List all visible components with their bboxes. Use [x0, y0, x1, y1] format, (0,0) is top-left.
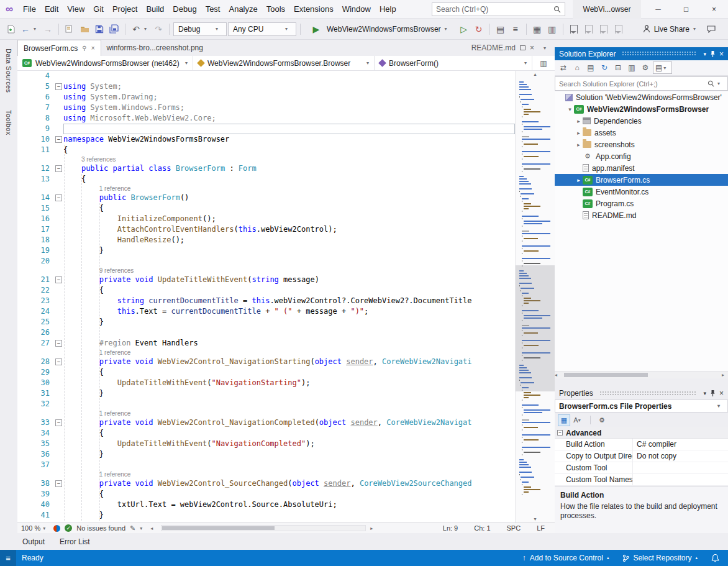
close-icon[interactable]: ×	[719, 50, 724, 58]
open-folder-icon[interactable]	[78, 22, 91, 37]
code-text[interactable]: InitializeComponent();	[63, 214, 515, 224]
live-share-button[interactable]: Live Share ▾	[643, 25, 699, 34]
menu-build[interactable]: Build	[142, 0, 168, 18]
breakpoint-margin[interactable]	[17, 81, 24, 92]
menu-test[interactable]: Test	[201, 0, 225, 18]
code-text[interactable]: #region Event Handlers	[63, 338, 515, 349]
code-text[interactable]	[63, 71, 515, 81]
code-text[interactable]: string currentDocumentTitle = this.webVi…	[63, 296, 515, 306]
properties-object-dropdown[interactable]: BrowserForm.cs File Properties ▾	[555, 399, 728, 413]
tree-item-program-cs[interactable]: C#Program.cs	[555, 198, 728, 209]
code-text[interactable]: {	[63, 428, 515, 439]
code-text[interactable]	[63, 256, 515, 267]
code-text[interactable]: }	[63, 449, 515, 460]
breakpoint-margin[interactable]	[17, 285, 24, 296]
menu-analyze[interactable]: Analyze	[224, 0, 262, 18]
code-text[interactable]: using System;	[63, 81, 515, 92]
bookmark-toggle-icon[interactable]	[567, 22, 581, 37]
code-text[interactable]: UpdateTitleWithEvent("NavigationComplete…	[63, 439, 515, 449]
save-icon[interactable]	[93, 22, 106, 37]
breakpoint-margin[interactable]	[17, 367, 24, 378]
property-group-advanced[interactable]: − Advanced	[555, 427, 728, 439]
scroll-right-icon[interactable]: ▸	[370, 526, 376, 531]
breakpoint-margin[interactable]	[17, 71, 24, 81]
tree-item-solution-webview2windowsformsbrowser[interactable]: Solution 'WebView2WindowsFormsBrowser'	[555, 91, 728, 103]
line-ending-indicator[interactable]: LF	[537, 524, 545, 532]
type-dropdown[interactable]: WebView2WindowsFormsBrowser.Browser ▾	[193, 56, 375, 70]
breakpoint-margin[interactable]	[17, 235, 24, 245]
code-text[interactable]: using System.Drawing;	[63, 92, 515, 103]
scroll-left-icon[interactable]: ◂	[555, 372, 561, 378]
scroll-down-icon[interactable]: ▾	[516, 516, 555, 522]
code-editor[interactable]: 45−using System;6using System.Drawing;7u…	[17, 71, 555, 523]
property-value[interactable]	[633, 462, 728, 473]
collapse-group-icon[interactable]: −	[557, 430, 563, 436]
minimap-scrollbar[interactable]: ▴ ▾	[515, 71, 555, 523]
undo-dropdown-icon[interactable]: ▾	[144, 26, 150, 32]
pending-changes-filter-icon[interactable]: ▤	[585, 62, 597, 74]
code-text[interactable]: {	[63, 489, 515, 500]
breakpoint-margin[interactable]	[17, 92, 24, 103]
maximize-button[interactable]: □	[672, 0, 700, 19]
collapse-region-icon[interactable]: −	[55, 134, 63, 145]
breakpoint-margin[interactable]	[17, 399, 24, 409]
breakpoint-margin[interactable]	[17, 449, 24, 460]
tree-item-screenshots[interactable]: ▸screenshots	[555, 139, 728, 150]
breakpoint-margin[interactable]	[17, 327, 24, 338]
breakpoint-margin[interactable]	[17, 306, 24, 317]
categorized-view-icon[interactable]: ▦	[558, 414, 570, 426]
collapsed-arrow-icon[interactable]: ▸	[575, 118, 583, 124]
code-text[interactable]: public BrowserForm()	[63, 193, 515, 203]
comment-icon[interactable]: ▥	[545, 22, 559, 37]
properties-icon[interactable]: ⚙	[639, 62, 652, 74]
tool-tab-error-list[interactable]: Error List	[53, 534, 96, 550]
breakpoint-margin[interactable]	[17, 478, 24, 489]
collapse-region-icon[interactable]: −	[55, 357, 63, 367]
pin-icon[interactable]	[710, 390, 716, 397]
code-text[interactable]: HandleResize();	[63, 235, 515, 245]
breakpoint-margin[interactable]	[17, 113, 24, 124]
hot-reload-icon[interactable]: ↻	[472, 22, 486, 37]
navigate-back-dropdown-icon[interactable]: ▾	[34, 26, 40, 32]
codelens-references[interactable]: 1 reference	[17, 470, 515, 478]
menu-view[interactable]: View	[63, 0, 89, 18]
collapse-region-icon[interactable]: −	[55, 193, 63, 203]
codelens-references[interactable]: 1 reference	[17, 409, 515, 418]
expanded-arrow-icon[interactable]: ▾	[566, 106, 574, 112]
sync-with-active-document-icon[interactable]: ↻	[598, 62, 611, 74]
collapse-region-icon[interactable]: −	[55, 275, 63, 285]
collapse-region-icon[interactable]: −	[55, 163, 63, 174]
breakpoint-margin[interactable]	[17, 439, 24, 449]
tab-browserform-cs[interactable]: BrowserForm.cs ⚲ ×	[17, 40, 101, 56]
scroll-right-icon[interactable]: ▸	[722, 372, 728, 378]
close-icon[interactable]: ×	[719, 389, 724, 398]
code-text[interactable]: namespace WebView2WindowsFormsBrowser	[63, 134, 515, 145]
close-tab-icon[interactable]: ×	[530, 43, 534, 52]
notifications-bell-icon[interactable]	[704, 550, 728, 566]
code-text[interactable]: this.Text = currentDocumentTitle + " (" …	[63, 306, 515, 317]
code-text[interactable]	[63, 327, 515, 338]
solution-explorer-header[interactable]: Solution Explorer ▾ ×	[555, 47, 728, 60]
menu-project[interactable]: Project	[108, 0, 142, 18]
breakpoint-margin[interactable]	[17, 193, 24, 203]
breakpoint-margin[interactable]	[17, 134, 24, 145]
tree-item-readme-md[interactable]: README.md	[555, 209, 728, 221]
tree-item-assets[interactable]: ▸assets	[555, 127, 728, 139]
column-indicator[interactable]: Ch: 1	[474, 524, 490, 532]
breakpoint-margin[interactable]	[17, 245, 24, 256]
breakpoint-margin[interactable]	[17, 378, 24, 388]
code-text[interactable]: UpdateTitleWithEvent("NavigationStarting…	[63, 378, 515, 388]
codelens-references[interactable]: 3 references	[17, 155, 515, 163]
collapsed-arrow-icon[interactable]: ▸	[575, 130, 583, 136]
breakpoint-margin[interactable]	[17, 357, 24, 367]
properties-header[interactable]: Properties ▾ ×	[555, 387, 728, 399]
menu-window[interactable]: Window	[338, 0, 375, 18]
scroll-left-icon[interactable]: ◂	[150, 526, 157, 531]
property-row-build-action[interactable]: Build ActionC# compiler	[555, 439, 728, 450]
feedback-icon[interactable]	[704, 22, 718, 37]
tab-readme-md[interactable]: README.md	[471, 43, 516, 52]
navigate-back-icon[interactable]: ←	[19, 22, 32, 37]
breakpoint-margin[interactable]	[17, 214, 24, 224]
tree-item-app-config[interactable]: ⚙App.config	[555, 150, 728, 162]
codelens-references[interactable]: 1 reference	[17, 185, 515, 193]
